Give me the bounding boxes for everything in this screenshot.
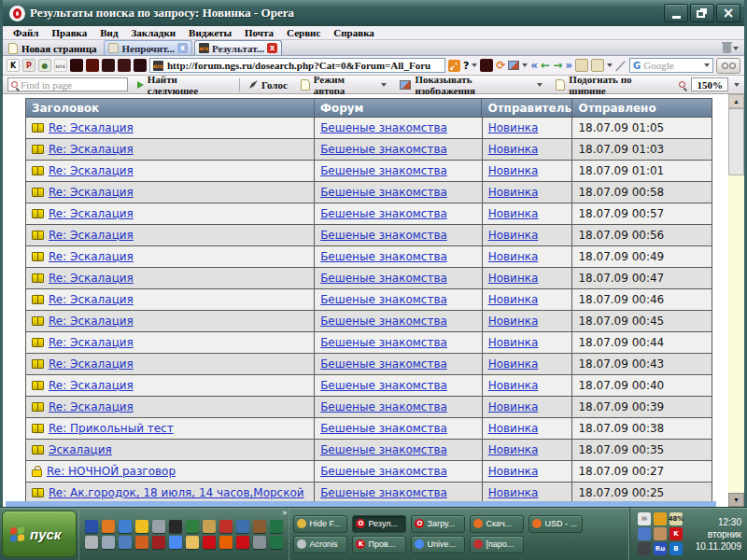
taskbar-button[interactable]: Hide F... [293,515,347,533]
sender-link[interactable]: Новинка [488,272,539,285]
taskbar-button[interactable]: USD - ... [529,515,583,533]
bookmark-tile-icon[interactable] [70,59,83,72]
plugin-icon[interactable]: ● [38,59,51,72]
sender-link[interactable]: Новинка [488,164,539,177]
rss-icon[interactable] [448,60,460,72]
download-master-icon[interactable] [135,536,148,549]
forum-link[interactable]: Бешеные знакомства [320,121,447,134]
reload-button[interactable]: ⟳ [496,60,505,71]
closed-tabs-trash-button[interactable] [719,44,742,55]
fit-to-width-glasses-button[interactable] [716,58,740,74]
opera-mini-icon[interactable] [203,536,216,549]
volume-tray-icon[interactable] [638,542,651,555]
sender-link[interactable]: Новинка [488,250,539,263]
sender-link[interactable]: Новинка [488,229,539,242]
sender-link[interactable]: Новинка [488,207,539,220]
topic-link[interactable]: Re: Ак.городок, 18 июля, 14 часов,Морско… [49,486,304,499]
taskbar-button[interactable]: [паро... [470,536,524,553]
start-button[interactable]: пуск [2,511,77,557]
close-button[interactable]: × [716,4,740,22]
topic-link[interactable]: Re: Эскалация [49,293,134,306]
sender-link[interactable]: Новинка [488,379,539,392]
ngs-icon[interactable]: нгс [54,59,67,72]
language-indicator[interactable]: Ru [654,542,667,555]
open-button[interactable] [575,59,588,72]
scrollbar-thumb[interactable] [728,108,744,175]
forum-link[interactable]: Бешеные знакомства [320,486,447,499]
sender-link[interactable]: Новинка [488,336,539,349]
fast-forward-button[interactable]: » [565,60,572,71]
topic-link[interactable]: Re: Эскалация [49,186,134,199]
topic-link[interactable]: Re: Эскалация [49,400,134,413]
new-page-button[interactable]: Новая страница [5,43,104,55]
mail-tray-icon[interactable]: ✉ [638,512,651,525]
zoom-level[interactable]: 150% [691,77,728,91]
documents-folder-icon[interactable] [203,520,216,533]
drive-icon[interactable] [253,536,266,549]
forum-link[interactable]: Бешеные знакомства [320,336,447,349]
forum-link[interactable]: Бешеные знакомства [320,143,447,156]
taskbar-button[interactable]: KПров... [352,536,406,553]
chevron-down-icon[interactable] [734,83,740,87]
fit-width-button[interactable]: Подогнать по ширине [552,74,673,96]
forum-link[interactable]: Бешеные знакомства [320,422,447,435]
quick-launch-overflow-button[interactable]: » [282,509,287,517]
scroll-down-arrow[interactable]: ▼ [728,493,744,507]
bookmark-tile-icon[interactable] [118,59,131,72]
forum-link[interactable]: Бешеные знакомства [320,293,447,306]
scroll-up-arrow[interactable]: ▲ [728,94,744,108]
taskbar-button[interactable]: Скач... [470,515,524,533]
restore-button[interactable] [690,4,714,22]
excel-icon[interactable] [270,520,283,533]
images-button[interactable] [508,61,519,70]
forum-link[interactable]: Бешеные знакомства [320,207,447,220]
taskbar-button[interactable]: OЗагру... [411,515,465,533]
menu-item[interactable]: Закладки [125,27,183,38]
minimize-button[interactable] [664,4,688,22]
find-input[interactable]: Find in page [7,77,128,91]
forum-link[interactable]: Бешеные знакомства [320,443,447,456]
ws-tile-icon[interactable] [480,59,493,72]
menu-item[interactable]: Правка [45,27,93,38]
topic-link[interactable]: Re: Прикольный тест [49,422,174,435]
forum-link[interactable]: Бешеные знакомства [320,186,447,199]
bookmark-tile-icon[interactable] [134,59,147,72]
chevron-down-icon[interactable] [607,63,613,67]
internet-explorer-icon[interactable] [119,520,132,533]
forward-button[interactable]: → [553,60,562,71]
topic-link[interactable]: Re: Эскалация [49,207,134,220]
show-images-button[interactable]: Показывать изображения [396,74,546,96]
topic-link[interactable]: Эскалация [49,443,112,456]
tab-unread[interactable]: Непрочит... x [104,40,191,55]
dvd-rom-icon[interactable] [102,536,115,549]
sender-link[interactable]: Новинка [488,400,539,413]
author-mode-button[interactable]: Режим автора [297,74,391,96]
menu-item[interactable]: Виджеты [182,27,238,38]
verifier-icon[interactable] [85,536,98,549]
taskbar-button[interactable]: Acronis [293,536,347,553]
sender-link[interactable]: Новинка [488,465,539,478]
forum-link[interactable]: Бешеные знакомства [320,315,447,328]
voice-button[interactable]: Голос [246,79,291,91]
chevron-down-icon[interactable] [472,63,477,67]
folder-icon[interactable] [186,536,199,549]
winamp-icon[interactable] [135,520,148,533]
menu-item[interactable]: Вид [93,27,124,38]
pdf-icon[interactable]: P [22,59,35,72]
menu-item[interactable]: Справка [327,27,381,38]
forum-link[interactable]: Бешеные знакомства [320,400,447,413]
sender-link[interactable]: Новинка [488,422,539,435]
taskbar-button[interactable]: Unive... [411,536,465,553]
topic-link[interactable]: Re: Эскалация [49,357,134,371]
vertical-scrollbar[interactable]: ▲ ▼ [728,94,744,507]
network-tray-icon[interactable] [638,527,651,540]
kaspersky-tray-icon[interactable]: K [669,527,683,540]
save-button[interactable] [591,59,604,72]
menu-item[interactable]: Файл [7,27,45,38]
topic-link[interactable]: Re: Эскалация [49,272,134,285]
forum-link[interactable]: Бешеные знакомства [320,379,447,392]
sender-link[interactable]: Новинка [488,293,539,306]
bookmark-tile-icon[interactable] [86,59,99,72]
back-button[interactable]: ← [541,60,550,71]
bluetooth-tray-icon[interactable]: B [669,542,683,555]
